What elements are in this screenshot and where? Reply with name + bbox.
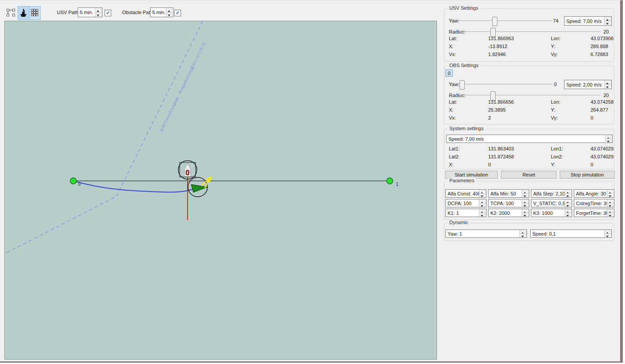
view-toggle-group (18, 6, 41, 20)
obstacle-path-spinner[interactable] (166, 8, 173, 17)
k3-spinbox[interactable]: K3: 1000 (531, 209, 572, 217)
spinner[interactable] (607, 199, 614, 207)
system-lat1-value: 131.863403 (488, 146, 514, 151)
obs-vx-label: Vx: (449, 115, 456, 120)
alfa-min-spinbox[interactable]: Alfa Min: 50 (488, 189, 529, 198)
obs-settings-group: OBS Settings 0 Yaw: 0 Speed: 2,00 m/s Ra… (444, 66, 614, 124)
usv-yaw-value: 74 (553, 18, 558, 23)
system-lon1-label: Lon1: (551, 146, 563, 151)
v-static-spinbox[interactable]: V_STATIC: 0,90 (531, 199, 572, 207)
dynamic-speed-spinbox[interactable]: Speed: 0,1 (530, 229, 612, 238)
system-lat1-row: Lat1: 131.863403 Lon1: 43.074029 (444, 146, 614, 152)
usv-lat-label: Lat: (449, 36, 457, 41)
k2-spinbox[interactable]: K2: 2000 (488, 209, 529, 217)
obs-x-value: 25.3895 (488, 107, 506, 113)
system-x-label: X: (449, 162, 453, 167)
system-lon2-label: Lon2: (551, 154, 563, 159)
obs-vx-value: 2 (488, 115, 491, 120)
spinner[interactable] (607, 209, 614, 217)
system-lat2-row: Lat2: 131.872458 Lon2: 43.074029 (444, 154, 614, 160)
usv-yaw-slider[interactable] (459, 17, 552, 25)
usv-path-checkbox[interactable] (105, 10, 111, 16)
stop-simulation-button[interactable]: Stop simulation (560, 171, 615, 179)
spinner[interactable] (565, 190, 572, 197)
usv-lon-value: 43.073906 (591, 36, 614, 41)
system-xy-row: X: 0 Y: 0 (444, 162, 614, 168)
alfa-angle-spinbox[interactable]: Alfa Angle: 30 (574, 189, 614, 198)
spinner[interactable] (520, 230, 527, 237)
reset-button[interactable]: Reset (501, 171, 557, 179)
usv-path-spinner[interactable] (95, 8, 102, 17)
system-speed-spinbox[interactable]: Speed: 7,00 m/s (446, 135, 613, 143)
usv-latlon-row: Lat: 131.866963 Lon: 43.073906 (444, 36, 614, 42)
obs-radius-value: 20 (603, 93, 609, 98)
usv-x-value: -13.8912 (488, 44, 507, 49)
dynamic-yaw-spinbox[interactable]: Yaw: 1 (445, 229, 527, 238)
obs-v-row: Vx: 2 Vy: 0 (444, 115, 614, 121)
spinner[interactable] (604, 230, 611, 237)
spinner[interactable] (479, 209, 486, 217)
k1-spinbox[interactable]: K1: 1 (445, 209, 486, 217)
usv-vy-value: 6.72883 (591, 52, 608, 57)
colreg-time-spinbox[interactable]: ColregTime: 30 (574, 199, 614, 207)
system-settings-group: System settings Speed: 7,00 m/s Lat1: 13… (444, 129, 614, 169)
dynamic-group: Dynamic Yaw: 1 Speed: 0,1 (444, 223, 614, 241)
obstacle-path-label: Obstacle Path: (122, 10, 154, 15)
obs-x-label: X: (449, 107, 453, 113)
obstacle-path-value: 5 min. (151, 10, 166, 15)
usv-settings-title: USV Settings (448, 5, 479, 11)
grid-icon (31, 9, 38, 17)
tcpa-spinbox[interactable]: TCPA: 100 (488, 199, 529, 207)
sea-chart-map[interactable]: 동해/Тонхэ/Donghae - Владивосток(블라디보스토크) … (4, 21, 437, 360)
alfa-step-spinbox[interactable]: Alfa Step: 2,10 (531, 189, 572, 198)
usv-y-value: 289.898 (591, 44, 608, 49)
usv-lat-value: 131.866963 (488, 36, 514, 41)
spinner[interactable] (607, 190, 614, 197)
usv-y-label: Y: (551, 44, 555, 49)
usv-v-row: Vx: 1.92946 Vy: 6.72883 (444, 52, 614, 58)
dcpa-spinbox[interactable]: DCPA: 100 (445, 199, 486, 207)
usv-path-label: USV Path: (57, 10, 79, 15)
settings-panel: USV Settings Yaw: 74 Speed: 7,00 m/s Rad… (444, 0, 615, 362)
obs-xy-row: X: 25.3895 Y: 264.877 (444, 107, 614, 113)
obstacle-path-spinbox[interactable]: 5 min. (150, 8, 173, 17)
obs-speed-spinner[interactable] (604, 80, 611, 89)
spinner[interactable] (565, 199, 572, 207)
obs-lon-label: Lon: (551, 99, 560, 105)
obs-yaw-slider[interactable] (459, 80, 552, 89)
obs-lon-value: 43.074258 (591, 99, 614, 105)
system-x-value: 0 (488, 162, 491, 167)
path-edit-icon[interactable] (6, 8, 16, 18)
spinner[interactable] (522, 209, 529, 217)
spinner[interactable] (522, 190, 529, 197)
usv-path-spinbox[interactable]: 5 min. (78, 8, 102, 17)
system-lon1-value: 43.074029 (591, 146, 614, 151)
system-y-label: Y: (551, 162, 555, 167)
spinner[interactable] (522, 199, 529, 207)
obstacle-path-checkbox[interactable] (174, 10, 181, 16)
usv-radius-value: 20 (603, 29, 609, 34)
obs-radius-slider[interactable] (463, 91, 601, 100)
system-lat2-label: Lat2: (449, 154, 459, 159)
parameters-group: Parameters Alfa Const: 400 Alfa Min: 50 … (444, 181, 614, 220)
map-background (5, 21, 437, 359)
obstacle-selector-button[interactable]: 0 (445, 69, 453, 77)
usv-xy-row: X: -13.8912 Y: 289.898 (444, 44, 614, 50)
spinner[interactable] (479, 199, 486, 207)
spinner[interactable] (479, 190, 486, 197)
spinner[interactable] (565, 209, 572, 217)
usv-radius-slider[interactable] (463, 28, 601, 36)
obs-speed-spinbox[interactable]: Speed: 2,00 m/s (564, 80, 612, 89)
usv-speed-spinner[interactable] (604, 17, 611, 25)
obs-y-value: 264.877 (591, 107, 608, 113)
alfa-const-spinbox[interactable]: Alfa Const: 400 (445, 189, 486, 198)
usv-speed-spinbox[interactable]: Speed: 7,00 m/s (564, 16, 612, 26)
usv-settings-group: USV Settings Yaw: 74 Speed: 7,00 m/s Rad… (444, 8, 614, 62)
usv-vx-value: 1.92946 (488, 52, 506, 57)
forget-time-spinbox[interactable]: ForgetTime: 30 (574, 209, 614, 217)
system-speed-spinner[interactable] (605, 135, 612, 143)
obs-vy-value: 0 (591, 115, 593, 120)
usv-path-value: 5 min. (78, 10, 95, 15)
ship-view-button[interactable] (18, 7, 30, 19)
grid-view-button[interactable] (30, 7, 41, 19)
